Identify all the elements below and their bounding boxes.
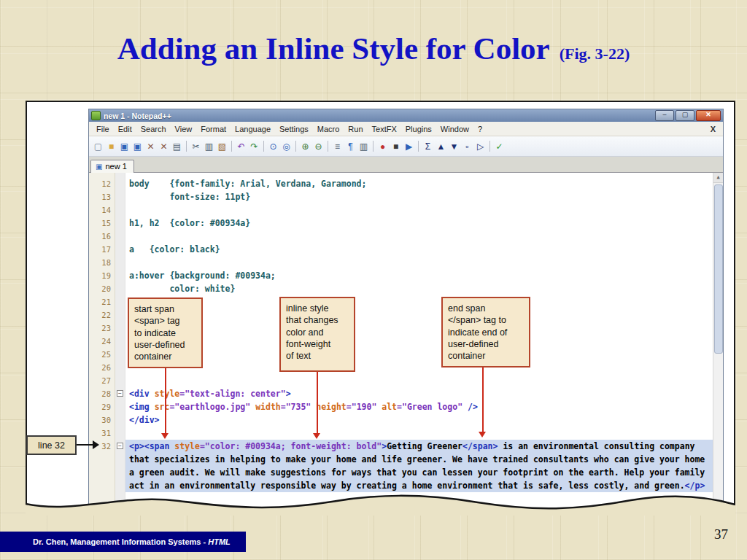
- fold-margin: [115, 243, 125, 256]
- code-text: <img src="earthlogo.jpg" width="735" hei…: [125, 400, 713, 413]
- code-line[interactable]: 16: [89, 230, 713, 243]
- code-line[interactable]: 13 font-size: 11pt}: [89, 190, 713, 203]
- code-text: [125, 348, 713, 361]
- menu-file[interactable]: File: [92, 125, 114, 133]
- play-macro-icon[interactable]: ▶: [403, 140, 415, 152]
- zoom-out-icon[interactable]: ⊖: [312, 140, 325, 152]
- redo-icon[interactable]: ↷: [248, 140, 260, 152]
- toolbar: ▢■▣▣✕✕▤✂▥▧↶↷⊙◎⊕⊖≡¶▥●■▶Σ▲▼▫▷✓: [89, 136, 723, 157]
- code-segment: Getting Greener: [387, 441, 462, 451]
- code-segment: color: white}: [129, 284, 235, 294]
- fold-marker-icon[interactable]: −: [115, 387, 125, 400]
- code-line[interactable]: 14: [89, 203, 713, 217]
- minimize-button[interactable]: –: [655, 110, 674, 121]
- print-icon[interactable]: ▤: [171, 140, 183, 152]
- tab-new-1[interactable]: ▣ new 1: [90, 160, 134, 173]
- menu-view[interactable]: View: [171, 125, 197, 133]
- cut-icon[interactable]: ✂: [190, 140, 202, 152]
- fold-marker-icon[interactable]: −: [115, 440, 125, 453]
- menu-format[interactable]: Format: [196, 125, 231, 133]
- code-text: [125, 427, 713, 440]
- scrollbar-thumb[interactable]: [714, 184, 723, 354]
- fold-margin: [115, 295, 125, 308]
- code-line[interactable]: 15h1, h2 {color: #00934a}: [89, 217, 713, 230]
- code-line[interactable]: 19a:hover {background: #00934a;: [89, 269, 713, 282]
- show-all-characters-icon[interactable]: ¶: [344, 140, 357, 152]
- indent-guide-icon[interactable]: ▥: [357, 140, 370, 152]
- menu-run[interactable]: Run: [344, 125, 367, 133]
- menu-textfx[interactable]: TextFX: [368, 125, 401, 133]
- code-line[interactable]: 30</div>: [89, 413, 713, 427]
- sort-ascending-icon[interactable]: ▲: [435, 140, 447, 152]
- menu-plugins[interactable]: Plugins: [401, 125, 436, 133]
- fold-margin: [115, 335, 125, 348]
- menu-macro[interactable]: Macro: [313, 125, 344, 133]
- sort-descending-icon[interactable]: ▼: [448, 140, 460, 152]
- spell-check-icon[interactable]: ✓: [493, 140, 506, 152]
- replace-icon[interactable]: ◎: [280, 140, 293, 152]
- save-all-icon[interactable]: ▣: [131, 140, 144, 152]
- code-line[interactable]: 27: [89, 374, 713, 387]
- code-line[interactable]: a green audit. We will make suggestions …: [89, 466, 713, 479]
- scroll-up-arrow-icon[interactable]: ▲: [713, 173, 723, 183]
- title-bar[interactable]: new 1 - Notepad++ – ▢ ✕: [89, 109, 723, 122]
- close-all-icon[interactable]: ✕: [158, 140, 170, 152]
- code-segment: body {font-family: Arial, Verdana, Garam…: [129, 179, 366, 189]
- close-file-icon[interactable]: ✕: [144, 140, 157, 152]
- menu-close-x[interactable]: X: [711, 125, 716, 133]
- menu-window[interactable]: Window: [436, 125, 473, 133]
- line-number: 12: [89, 177, 115, 190]
- code-text: [125, 335, 713, 348]
- clear-icon[interactable]: ▫: [461, 140, 473, 152]
- code-line[interactable]: 20 color: white}: [89, 282, 713, 295]
- fold-margin: [115, 400, 125, 413]
- open-folder-icon[interactable]: ■: [105, 140, 117, 152]
- line-number: 13: [89, 190, 115, 203]
- menu-search[interactable]: Search: [136, 125, 171, 133]
- code-segment: font-size: 11pt}: [129, 192, 250, 202]
- menu-edit[interactable]: Edit: [114, 125, 136, 133]
- copy-icon[interactable]: ▥: [203, 140, 215, 152]
- notepadpp-logo-icon: [91, 111, 101, 120]
- code-line[interactable]: 32−<p><span style="color: #00934a; font-…: [89, 440, 713, 453]
- menu-bar: FileEditSearchViewFormatLanguageSettings…: [89, 122, 723, 136]
- paste-icon[interactable]: ▧: [216, 140, 228, 152]
- code-text: [125, 308, 713, 322]
- undo-icon[interactable]: ↶: [235, 140, 247, 152]
- footer-bar: Dr. Chen, Management Information Systems…: [0, 532, 246, 552]
- save-icon[interactable]: ▣: [118, 140, 131, 152]
- toolbar-separator: [263, 141, 264, 152]
- code-line[interactable]: 12body {font-family: Arial, Verdana, Gar…: [89, 177, 713, 190]
- find-icon[interactable]: ⊙: [267, 140, 279, 152]
- code-line[interactable]: that specializes in helping to make your…: [89, 453, 713, 466]
- code-text: [125, 361, 713, 374]
- footer-text: Dr. Chen, Management Information Systems…: [33, 537, 208, 546]
- zoom-in-icon[interactable]: ⊕: [299, 140, 311, 152]
- code-line[interactable]: 29<img src="earthlogo.jpg" width="735" h…: [89, 400, 713, 413]
- menu-help[interactable]: ?: [473, 125, 487, 133]
- stop-macro-icon[interactable]: ■: [390, 140, 402, 152]
- code-line[interactable]: 18: [89, 256, 713, 269]
- fold-margin: [115, 282, 125, 295]
- close-button[interactable]: ✕: [696, 110, 721, 121]
- record-macro-icon[interactable]: ●: [376, 140, 389, 152]
- vertical-scrollbar[interactable]: ▲ ▼: [713, 173, 723, 515]
- word-wrap-icon[interactable]: ≡: [331, 140, 344, 152]
- title-figure-ref: (Fig. 3-22): [560, 44, 630, 63]
- new-file-icon[interactable]: ▢: [92, 140, 104, 152]
- code-line[interactable]: 31: [89, 427, 713, 440]
- fold-margin: [115, 348, 125, 361]
- menu-language[interactable]: Language: [231, 125, 275, 133]
- code-segment: ="color: #00934a; font-weight: bold": [200, 441, 382, 451]
- menu-settings[interactable]: Settings: [275, 125, 313, 133]
- maximize-button[interactable]: ▢: [676, 110, 694, 121]
- code-segment: style: [155, 389, 180, 399]
- code-segment: width: [255, 402, 281, 412]
- run-icon[interactable]: ▷: [474, 140, 487, 152]
- code-line[interactable]: 28−<div style="text-align: center">: [89, 387, 713, 400]
- code-segment: ="text-align: center": [179, 389, 285, 399]
- code-line[interactable]: 17a {color: black}: [89, 243, 713, 256]
- line-number: 22: [89, 308, 115, 322]
- callout-arrow: [482, 368, 484, 432]
- sum-icon[interactable]: Σ: [422, 140, 434, 152]
